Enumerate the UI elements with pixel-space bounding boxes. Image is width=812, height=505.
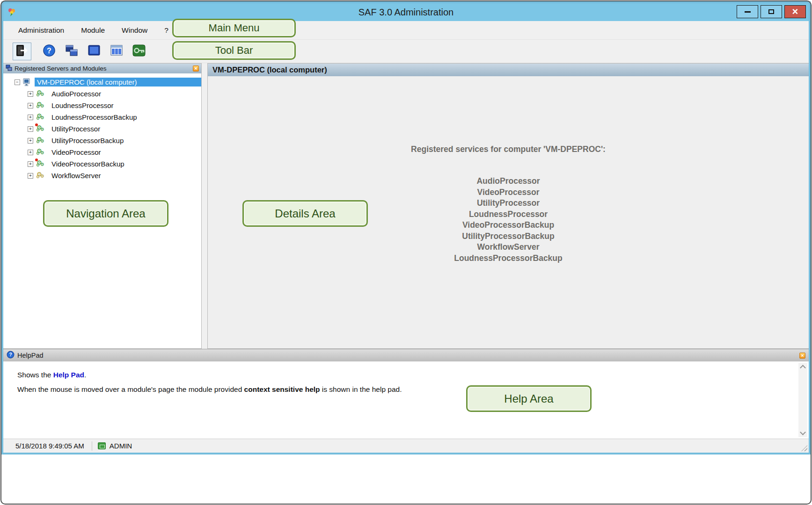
statusbar-user: ADMIN: [110, 442, 132, 450]
service-item: WorkflowServer: [208, 242, 809, 253]
service-item: VideoProcessor: [208, 187, 809, 198]
tree-item-label: AudioProcessor: [49, 89, 103, 98]
navigation-close-icon[interactable]: [193, 65, 199, 72]
module-gears-icon: [36, 172, 46, 180]
menu-module[interactable]: Module: [79, 25, 107, 36]
alert-dot: [35, 159, 38, 161]
menu-administration[interactable]: Administration: [16, 25, 66, 36]
helppad-text: is shown in the help pad.: [320, 385, 402, 393]
helppad-line-1: Shows the Help Pad.: [17, 371, 781, 379]
alert-dot: [35, 123, 38, 126]
screen-button[interactable]: [85, 43, 103, 60]
helppad-link[interactable]: Help Pad: [53, 371, 84, 379]
module-gears-icon: [36, 125, 46, 133]
close-button[interactable]: [784, 5, 806, 18]
tree-item-root-label: VM-DPEPROC (local computer): [35, 78, 201, 87]
statusbar: 5/18/2018 9:49:05 AM ADMIN: [3, 439, 809, 453]
close-icon: [792, 7, 798, 17]
module-gears-icon: [36, 148, 46, 157]
tree-item-videoprocessorbackup[interactable]: VideoProcessorBackup: [3, 158, 201, 170]
callout-details-area: Details Area: [242, 200, 368, 227]
panel-windows-icon: [6, 65, 12, 72]
maximize-button[interactable]: [761, 5, 782, 18]
expand-icon[interactable]: [28, 138, 33, 144]
callout-tool-bar: Tool Bar: [172, 41, 296, 60]
svg-text:?: ?: [47, 47, 51, 55]
modules-button[interactable]: [62, 43, 81, 60]
page: SAF 3.0 Administration Administration Mo…: [0, 0, 812, 505]
tree-item-label: LoudnessProcessor: [49, 101, 116, 110]
exit-icon: [15, 43, 29, 59]
scroll-up-icon[interactable]: [800, 365, 806, 371]
tree-item-utilityprocessor[interactable]: UtilityProcessor: [3, 123, 201, 135]
helppad-close-icon[interactable]: [799, 353, 805, 359]
grid-icon: [110, 43, 124, 59]
helppad-help-icon: ?: [7, 351, 15, 360]
help-button[interactable]: ?: [40, 43, 59, 60]
statusbar-datetime: 5/18/2018 9:49:05 AM: [15, 442, 84, 450]
module-gears-icon: [36, 90, 46, 98]
modules-icon: [65, 43, 79, 59]
tree-item-audioprocessor[interactable]: AudioProcessor: [3, 88, 201, 100]
callout-help-area: Help Area: [466, 385, 592, 412]
service-item: LoudnessProcessorBackup: [208, 253, 809, 264]
minimize-button[interactable]: [737, 5, 758, 18]
expand-icon[interactable]: [28, 173, 33, 179]
module-gears-icon: [36, 101, 46, 110]
tree-item-workflowserver[interactable]: WorkflowServer: [3, 170, 201, 181]
key-button[interactable]: [130, 43, 148, 60]
module-gears-icon: [36, 137, 46, 145]
tree-item-label: UtilityProcessorBackup: [49, 136, 126, 145]
helppad-header: ? HelpPad: [3, 349, 809, 361]
tree-item-label: UtilityProcessor: [49, 124, 102, 133]
helppad-body: Shows the Help Pad. When the mouse is mo…: [3, 361, 809, 439]
service-item: UtilityProcessorBackup: [208, 231, 809, 242]
expand-icon[interactable]: [28, 161, 33, 167]
tree-item-loudnessprocessorbackup[interactable]: LoudnessProcessorBackup: [3, 111, 201, 123]
menu-window[interactable]: Window: [120, 25, 149, 36]
services-heading: Registered services for computer 'VM-DPE…: [208, 144, 809, 154]
tree-item-videoprocessor[interactable]: VideoProcessor: [3, 146, 201, 158]
server-icon: [23, 78, 32, 86]
tree-item-root[interactable]: VM-DPEPROC (local computer): [3, 76, 201, 88]
module-gears-icon: [36, 160, 46, 168]
exit-button[interactable]: [13, 43, 31, 60]
expand-icon[interactable]: [28, 103, 33, 108]
helppad-line-2: When the mouse is moved over a module's …: [17, 385, 781, 394]
callout-navigation-area: Navigation Area: [43, 200, 168, 227]
menu-help[interactable]: ?: [162, 25, 170, 36]
grid-button[interactable]: [107, 43, 126, 60]
tree-item-label: VideoProcessor: [49, 148, 103, 157]
tree-item-utilityprocessorbackup[interactable]: UtilityProcessorBackup: [3, 135, 201, 146]
window-controls: [737, 5, 806, 18]
resize-grip-icon[interactable]: [801, 445, 807, 451]
navigation-panel-header: Registered Servers and Modules: [3, 64, 201, 73]
tree-item-loudnessprocessor[interactable]: LoudnessProcessor: [3, 100, 201, 111]
tree-item-label: WorkflowServer: [49, 171, 103, 180]
panel-splitter[interactable]: [202, 63, 207, 349]
expand-icon[interactable]: [28, 150, 33, 155]
navigation-panel-title: Registered Servers and Modules: [15, 65, 193, 72]
toolbar: ?: [3, 40, 809, 63]
helppad-scrollbar[interactable]: [798, 363, 807, 437]
menubar: Administration Module Window ?: [3, 21, 809, 40]
screen-icon: [87, 43, 101, 59]
help-icon: ?: [42, 43, 56, 59]
app-window: SAF 3.0 Administration Administration Mo…: [1, 1, 811, 454]
admin-icon: [98, 442, 106, 449]
helppad-panel: ? HelpPad Shows the Help Pad. When the m…: [3, 349, 809, 439]
helppad-text: .: [84, 371, 86, 379]
details-header: VM-DPEPROC (local computer): [208, 64, 809, 76]
helppad-text: When the mouse is moved over a module's …: [17, 385, 244, 393]
titlebar: SAF 3.0 Administration: [3, 3, 809, 21]
svg-text:?: ?: [9, 352, 12, 357]
window-title: SAF 3.0 Administration: [3, 7, 809, 18]
expand-icon[interactable]: [28, 126, 33, 132]
collapse-icon[interactable]: [15, 79, 20, 85]
server-tree: VM-DPEPROC (local computer) AudioProcess…: [3, 73, 201, 181]
tree-item-label: VideoProcessorBackup: [49, 159, 127, 168]
expand-icon[interactable]: [28, 115, 33, 120]
scroll-down-icon[interactable]: [800, 429, 806, 435]
helppad-bold-text: context sensitive help: [244, 385, 320, 393]
expand-icon[interactable]: [28, 91, 33, 97]
